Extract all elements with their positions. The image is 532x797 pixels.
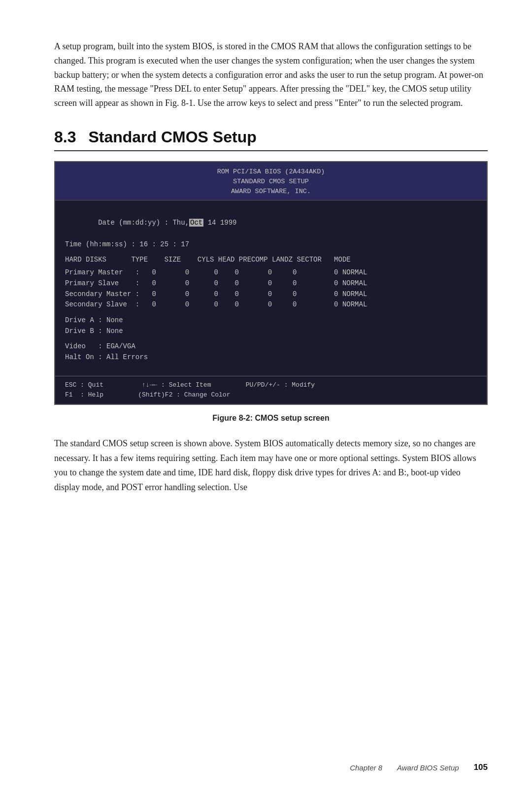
section-heading: 8.3 Standard CMOS Setup: [54, 128, 488, 151]
figure-caption: Figure 8-2: CMOS setup screen: [54, 414, 488, 423]
cmos-date-label: Date (mm:dd:yy) : Thu,: [98, 219, 189, 227]
footer-page: 105: [474, 763, 488, 772]
cmos-row-secondary-master: Secondary Master : 0 0 0 0 0 0 0 NORMAL: [65, 289, 477, 300]
cmos-time-line: Time (hh:mm:ss) : 16 : 25 : 17: [65, 239, 477, 250]
cmos-row-secondary-slave: Secondary Slave : 0 0 0 0 0 0 0 NORMAL: [65, 299, 477, 310]
cmos-table-header: HARD DISKS TYPE SIZE CYLS HEAD PRECOMP L…: [65, 255, 477, 266]
cmos-footer-line1: ESC : Quit ↑↓→← : Select Item PU/PD/+/- …: [65, 380, 477, 390]
cmos-footer-line2: F1 : Help (Shift)F2 : Change Color: [65, 390, 477, 400]
cmos-date-line: Date (mm:dd:yy) : Thu,Oct 14 1999: [65, 207, 477, 239]
cmos-halt: Halt On : All Errors: [65, 352, 477, 363]
cmos-header-line1: ROM PCI/ISA BIOS (2A434AKD): [55, 167, 487, 177]
page: A setup program, built into the system B…: [0, 0, 532, 797]
cmos-header-line3: AWARD SOFTWARE, INC.: [55, 187, 487, 197]
section-title: Standard CMOS Setup: [88, 128, 256, 146]
footer-section: Award BIOS Setup: [397, 764, 459, 772]
page-footer: Chapter 8 Award BIOS Setup 105: [0, 763, 532, 772]
cmos-date-highlight: Oct: [189, 219, 203, 227]
cmos-body: Date (mm:dd:yy) : Thu,Oct 14 1999 Time (…: [55, 200, 487, 376]
cmos-drives: Drive A : None Drive B : None: [65, 315, 477, 336]
cmos-header-line2: STANDARD CMOS SETUP: [55, 177, 487, 187]
cmos-row-primary-master: Primary Master : 0 0 0 0 0 0 0 NORMAL: [65, 267, 477, 278]
cmos-drive-a: Drive A : None: [65, 315, 477, 326]
cmos-date-rest: 14 1999: [203, 219, 236, 227]
cmos-header: ROM PCI/ISA BIOS (2A434AKD) STANDARD CMO…: [55, 162, 487, 200]
cmos-video: Video : EGA/VGA: [65, 341, 477, 352]
section-number: 8.3: [54, 128, 76, 146]
cmos-drive-b: Drive B : None: [65, 326, 477, 337]
intro-paragraph: A setup program, built into the system B…: [54, 39, 488, 110]
cmos-screen: ROM PCI/ISA BIOS (2A434AKD) STANDARD CMO…: [54, 161, 488, 405]
cmos-row-primary-slave: Primary Slave : 0 0 0 0 0 0 0 NORMAL: [65, 278, 477, 289]
body-text: The standard CMOS setup screen is shown …: [54, 436, 488, 495]
cmos-disk-rows: Primary Master : 0 0 0 0 0 0 0 NORMAL Pr…: [65, 267, 477, 310]
cmos-footer: ESC : Quit ↑↓→← : Select Item PU/PD/+/- …: [55, 376, 487, 404]
cmos-display-settings: Video : EGA/VGA Halt On : All Errors: [65, 341, 477, 363]
footer-chapter: Chapter 8: [350, 764, 382, 772]
